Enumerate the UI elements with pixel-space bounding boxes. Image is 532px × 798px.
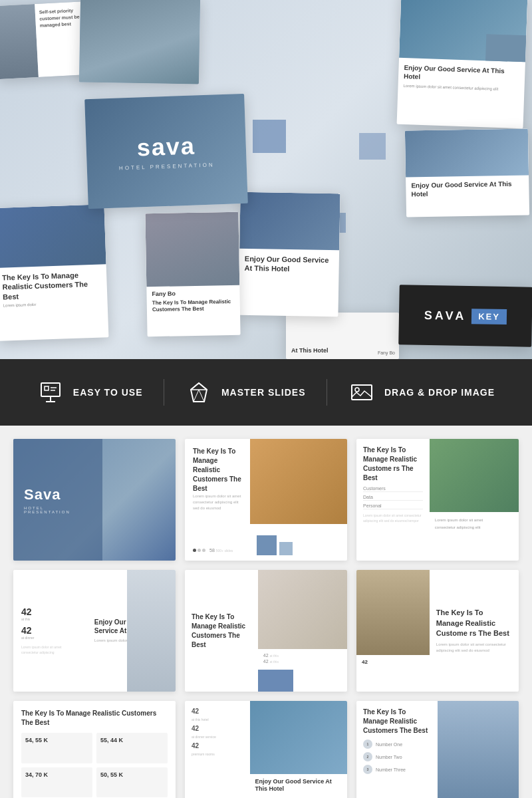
svg-rect-0: [41, 383, 60, 396]
s9-circle-3: 3: [363, 765, 372, 774]
slide-6[interactable]: 42 The Key Is To Manage Realistic Custom…: [356, 570, 519, 692]
divider-1: [164, 379, 164, 406]
s8-title: Enjoy Our Good Service At This Hotel: [250, 774, 347, 797]
feature-drag-drop: DRAG & DROP IMAGE: [348, 379, 495, 406]
s9-item-1: 1 Number One: [363, 739, 431, 749]
key-label: KEY: [471, 309, 507, 325]
card-portrait-photo: [145, 212, 239, 287]
feature-easy-to-use: EASY TO USE: [37, 379, 143, 406]
card-portrait: Fany Bo The Key Is To Manage Realistic C…: [145, 212, 240, 336]
slide-3[interactable]: The Key Is To Manage Realistic Custome r…: [356, 439, 519, 561]
blue-accent-3: [359, 133, 386, 160]
card-bl-text: Lorem ipsum dolor: [3, 300, 102, 307]
s3-photo: [430, 439, 519, 512]
slide-1[interactable]: Sava HOTEL PRESENTATION: [13, 439, 176, 561]
slide-5[interactable]: The Key Is To Manage Realistic Customers…: [185, 570, 347, 692]
card-bottom-left: The Key Is To Manage Realistic Customers…: [0, 204, 108, 341]
s3-text-2: consectetur adipiscing elit: [435, 525, 513, 530]
card-mid-right-1: Enjoy Our Good Service At This Hotel: [405, 128, 529, 217]
s8-num2: 42: [192, 725, 243, 732]
s2-text: Lorem ipsum dolor sit amet consectetur a…: [193, 493, 242, 511]
slide-8[interactable]: 42 at this hotel 42 at dinner service 42…: [185, 701, 347, 798]
s7-title: The Key Is To Manage Realistic Customers…: [21, 709, 168, 728]
slide-4[interactable]: 42 at this 42 at dinner Lorem ipsum dolo…: [13, 570, 176, 692]
card-portrait-title: The Key Is To Manage Realistic Customers…: [152, 299, 235, 314]
card-tr-accent: [485, 34, 526, 62]
s5-photo: [258, 570, 347, 649]
image-icon: [348, 379, 375, 406]
feature-easy-label: EASY TO USE: [73, 387, 143, 398]
s8-text1: at this hotel: [192, 718, 243, 722]
s8-text2: at dinner service: [192, 735, 243, 739]
s9-circle-1: 1: [363, 739, 372, 749]
s3-item-data: Data: [363, 494, 423, 501]
s6-title: The Key Is To Manage Realistic Custome r…: [436, 608, 512, 638]
slide-7[interactable]: The Key Is To Manage Realistic Customers…: [13, 701, 176, 798]
s2-photo: [250, 439, 347, 524]
s1-title: Sava: [24, 486, 61, 503]
slide-2[interactable]: The Key Is To Manage Realistic Customers…: [185, 439, 347, 561]
card-top-right: Enjoy Our Good Service At This Hotel Lor…: [397, 0, 528, 128]
card-tr-text: Lorem ipsum dolor sit amet consectetur a…: [403, 83, 519, 92]
s9-circle-2: 2: [363, 752, 372, 761]
presentation-icon: [37, 379, 64, 406]
card-mc-photo: [239, 192, 340, 251]
s7-val-4: 50, 55 K: [100, 771, 164, 778]
s8-text3: premium rooms: [192, 752, 243, 757]
s7-stat-2: 55, 44 K: [96, 733, 168, 763]
s6-num: 42: [356, 655, 430, 669]
s9-label-1: Number One: [376, 742, 402, 747]
card-mr1-title: Enjoy Our Good Service At This Hotel: [411, 180, 523, 199]
s7-val-1: 54, 55 K: [25, 737, 88, 743]
s9-item-3: 3 Number Three: [363, 765, 431, 774]
slides-grid: Sava HOTEL PRESENTATION The Key Is To Ma…: [0, 426, 532, 798]
s2-stat: 58 500+ slides: [209, 548, 233, 553]
sava-label: SAVA: [424, 308, 467, 323]
svg-line-8: [191, 383, 199, 390]
feature-master-label: MASTER SLIDES: [221, 387, 306, 398]
card-mid-center: Enjoy Our Good Service At This Hotel: [238, 192, 340, 317]
card-portrait-name: Fany Bo: [152, 289, 234, 297]
s3-text-1: Lorem ipsum dolor sit amet: [435, 517, 513, 523]
feature-drag-label: DRAG & DROP IMAGE: [384, 387, 495, 398]
s3-title: The Key Is To Manage Realistic Custome r…: [363, 446, 423, 483]
s8-photo: [250, 701, 347, 774]
s5-num2: 42 at this: [263, 659, 342, 664]
s7-val-3: 34, 70 K: [25, 771, 88, 778]
slide-9[interactable]: The Key Is To Manage Realistic Customers…: [356, 701, 519, 798]
card-bl-title: The Key Is To Manage Realistic Customers…: [2, 269, 102, 301]
s9-photo: [438, 701, 519, 798]
s4-num2: 42: [21, 625, 78, 636]
s7-stat-1: 54, 55 K: [21, 733, 92, 763]
s7-val-2: 55, 44 K: [100, 737, 164, 743]
card-tr-photo: [399, 0, 527, 62]
s4-num2-sub: at dinner: [21, 636, 78, 640]
s8-num3: 42: [192, 742, 243, 749]
card-bp-name: Fany Bo: [378, 350, 395, 355]
svg-line-10: [194, 390, 199, 402]
card-mr1-photo: [405, 128, 529, 177]
s4-body-text: Lorem ipsum dolor sit amet consectetur a…: [21, 645, 78, 655]
hero-collage: Self-set prioritycustomer must bemanaged…: [0, 0, 532, 359]
card-bl-photo: [0, 204, 106, 268]
s2-blue-sq: [257, 535, 277, 555]
svg-line-9: [199, 383, 207, 390]
s5-num1: 42 at this: [263, 653, 342, 658]
feature-master-slides: MASTER SLIDES: [186, 379, 306, 406]
s4-num1: 42: [21, 606, 78, 617]
s2-blue-sq2: [279, 542, 293, 555]
svg-marker-6: [191, 383, 207, 402]
s9-label-2: Number Two: [376, 755, 402, 759]
svg-rect-12: [352, 385, 372, 400]
s5-title: The Key Is To Manage Realistic Customers…: [192, 612, 251, 650]
hero-title: Sava: [136, 132, 196, 162]
hero-subtitle: HOTEL PRESENTATION: [119, 162, 215, 171]
svg-point-13: [355, 388, 359, 392]
s7-stat-4: 50, 55 K: [96, 767, 168, 798]
s1-subtitle: HOTEL PRESENTATION: [24, 506, 92, 514]
s5-blue-accent: [258, 670, 294, 692]
svg-rect-3: [45, 386, 49, 390]
card-top-center: [79, 0, 200, 84]
s4-num1-sub: at this: [21, 617, 78, 621]
s4-photo: [127, 570, 176, 692]
